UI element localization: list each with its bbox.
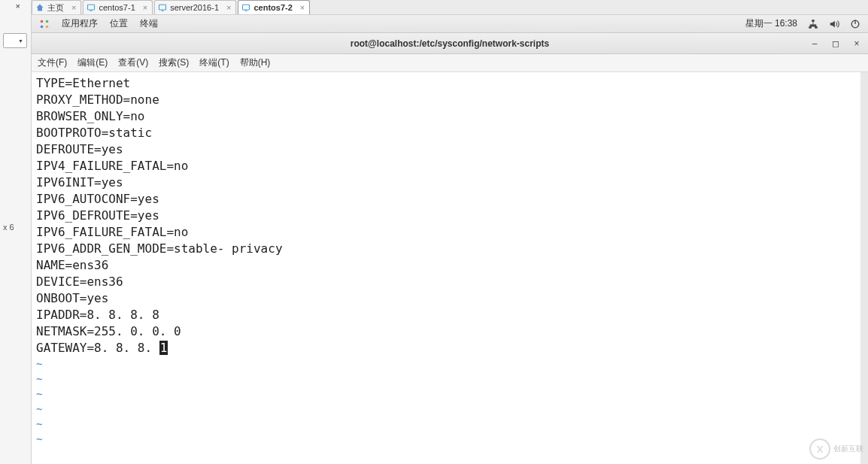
vim-empty-line: ~ [36,356,856,372]
main-area: 主页 × centos7-1 × server2016-1 × centos7-… [32,0,868,464]
network-icon[interactable] [808,19,818,29]
menu-edit[interactable]: 编辑(E) [77,56,108,69]
tab-server2016-1[interactable]: server2016-1 × [154,0,236,14]
terminal-line: ONBOOT=yes [36,290,856,307]
tab-centos7-2[interactable]: centos7-2 × [238,0,310,14]
volume-icon[interactable] [829,19,839,29]
tab-label: server2016-1 [170,3,219,12]
vm-icon [86,3,96,12]
left-label: x 6 [3,223,14,232]
terminal-line: TYPE=Ethernet [36,75,856,92]
tab-label: 主页 [47,2,64,14]
tab-close-icon[interactable]: × [71,3,76,12]
home-icon [35,3,44,12]
terminal-line: NAME=ens36 [36,257,856,274]
terminal-app-label[interactable]: 终端 [140,17,158,30]
svg-rect-11 [809,26,812,28]
window-title: root@localhost:/etc/sysconfig/network-sc… [351,38,549,49]
terminal-line: PROXY_METHOD=none [36,92,856,108]
places-menu[interactable]: 位置 [110,17,128,30]
maximize-button[interactable]: ◻ [830,38,841,49]
vm-icon [241,3,250,12]
terminal-line: IPV4_FAILURE_FATAL=no [36,158,856,174]
terminal-menu-bar: 文件(F) 编辑(E) 查看(V) 搜索(S) 终端(T) 帮助(H) [32,54,868,72]
terminal-line: IPV6_FAILURE_FATAL=no [36,224,856,241]
vm-tab-bar: 主页 × centos7-1 × server2016-1 × centos7-… [32,0,868,15]
menu-help[interactable]: 帮助(H) [240,56,271,69]
terminal-line: DEFROUTE=yes [36,141,856,158]
close-button[interactable]: × [851,38,862,49]
terminal-line: IPADDR=8. 8. 8. 8 [36,307,856,323]
tab-label: centos7-1 [99,3,135,12]
terminal-line: IPV6_ADDR_GEN_MODE=stable- privacy [36,241,856,257]
tab-close-icon[interactable]: × [226,3,231,12]
terminal-content[interactable]: TYPE=EthernetPROXY_METHOD=noneBROWSER_ON… [32,72,868,464]
terminal-line: IPV6INIT=yes [36,174,856,191]
terminal-line: IPV6_DEFROUTE=yes [36,208,856,224]
terminal-line: BOOTPROTO=static [36,125,856,141]
watermark: X 创新互联 [809,438,863,459]
tab-close-icon[interactable]: × [300,3,305,12]
svg-rect-12 [815,26,818,28]
terminal-line: BROWSER_ONLY=no [36,108,856,125]
menu-view[interactable]: 查看(V) [118,56,148,69]
svg-rect-10 [812,20,815,21]
watermark-text: 创新互联 [833,444,863,454]
applications-icon[interactable] [39,19,50,29]
applications-menu[interactable]: 应用程序 [62,17,98,30]
clock-label[interactable]: 星期一 16:38 [745,17,797,30]
tab-close-icon[interactable]: × [143,3,147,12]
vim-empty-line: ~ [36,432,856,447]
gnome-top-bar: 应用程序 位置 终端 星期一 16:38 [32,15,868,33]
vim-empty-line: ~ [36,387,856,402]
svg-rect-5 [245,11,247,11]
left-dropdown[interactable] [3,33,27,48]
svg-point-8 [41,25,44,28]
terminal-line: NETMASK=255. 0. 0. 0 [36,323,856,340]
vim-empty-line: ~ [36,402,856,417]
svg-rect-1 [90,11,93,11]
terminal-line: IPV6_AUTOCONF=yes [36,191,856,208]
vim-empty-line: ~ [36,417,856,432]
vm-icon [158,3,167,12]
tab-label: centos7-2 [253,3,292,12]
menu-terminal[interactable]: 终端(T) [199,56,229,69]
tab-centos7-1[interactable]: centos7-1 × [83,0,153,14]
svg-point-9 [46,25,49,28]
svg-point-6 [41,20,44,23]
close-icon[interactable]: × [16,2,20,11]
svg-rect-2 [159,5,166,10]
minimize-button[interactable]: – [809,38,820,49]
left-sidebar: × x 6 [0,0,32,464]
window-title-bar: root@localhost:/etc/sysconfig/network-sc… [32,33,868,54]
terminal-line: DEVICE=ens36 [36,274,856,290]
power-icon[interactable] [850,19,860,29]
svg-rect-3 [162,11,164,11]
svg-point-7 [46,20,49,23]
vim-empty-line: ~ [36,372,856,387]
tab-home[interactable]: 主页 × [32,0,81,14]
svg-rect-4 [243,5,250,10]
menu-search[interactable]: 搜索(S) [159,56,189,69]
svg-rect-0 [88,5,95,10]
menu-file[interactable]: 文件(F) [38,56,67,69]
terminal-line: GATEWAY=8. 8. 8. 1 [36,340,856,356]
terminal-cursor: 1 [159,341,168,355]
watermark-logo-icon: X [809,438,830,459]
